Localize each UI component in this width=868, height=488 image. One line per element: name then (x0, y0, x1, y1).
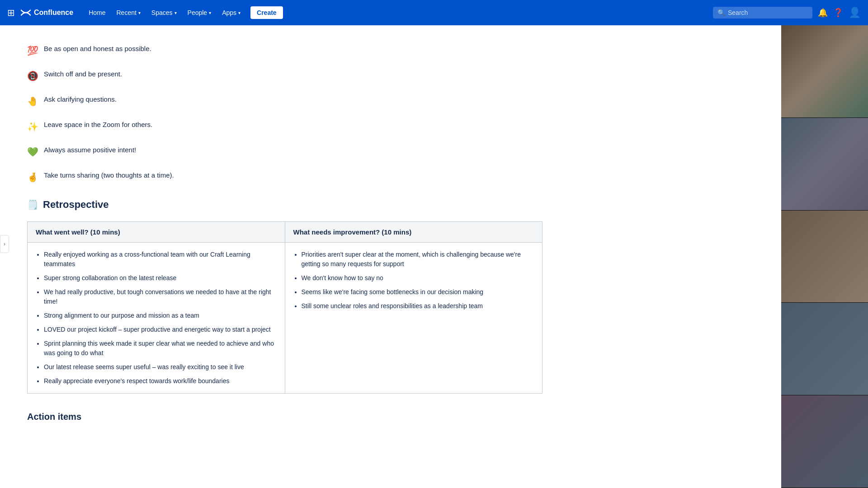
recent-chevron-icon: ▾ (138, 10, 141, 15)
search-icon: 🔍 (717, 9, 725, 16)
video-panel (781, 25, 868, 465)
ground-rule-text: Take turns sharing (two thoughts at a ti… (44, 170, 174, 181)
ground-rule-emoji: 🤚 (27, 94, 38, 108)
ground-rule-text: Ask clarifying questions. (44, 94, 117, 105)
nav-people[interactable]: People ▾ (183, 6, 216, 19)
retrospective-table: What went well? (10 mins) What needs imp… (27, 221, 542, 394)
list-item: Seems like we're facing some bottlenecks… (302, 287, 534, 297)
list-item: Super strong collaboration on the latest… (44, 273, 277, 283)
list-item: We don't know how to say no (302, 273, 534, 283)
grid-icon[interactable]: ⊞ (7, 7, 15, 18)
ground-rule-emoji: 💯 (27, 43, 38, 58)
video-feed-4 (781, 303, 868, 395)
went-well-cell: Really enjoyed working as a cross-functi… (28, 243, 285, 394)
user-avatar[interactable]: 👤 (849, 7, 861, 19)
nav-right: 🔍 Search 🔔 ❓ 👤 (713, 7, 861, 19)
ground-rule-item: 📵 Switch off and be present. (27, 69, 542, 83)
confluence-logo[interactable]: Confluence (20, 7, 73, 18)
list-item: Really enjoyed working as a cross-functi… (44, 250, 277, 269)
video-tile-1 (781, 25, 868, 118)
video-feed-5 (781, 395, 868, 465)
ground-rule-item: 💚 Always assume positive intent! (27, 145, 542, 159)
video-feed-3 (781, 211, 868, 303)
ground-rule-text: Switch off and be present. (44, 69, 122, 80)
collapse-icon: › (4, 241, 5, 247)
list-item: Still some unclear roles and responsibil… (302, 301, 534, 311)
page-wrapper: 💯 Be as open and honest as possible.📵 Sw… (0, 25, 868, 465)
nav-home[interactable]: Home (84, 6, 110, 19)
list-item: Strong alignment to our purpose and miss… (44, 311, 277, 320)
navbar: ⊞ Confluence Home Recent ▾ Spaces ▾ Peop… (0, 0, 868, 25)
ground-rule-text: Leave space in the Zoom for others. (44, 119, 152, 130)
search-placeholder: Search (728, 9, 748, 16)
ground-rule-item: ✨ Leave space in the Zoom for others. (27, 119, 542, 134)
ground-rule-emoji: 🤞 (27, 170, 38, 184)
create-button[interactable]: Create (250, 6, 283, 19)
video-feed-1 (781, 25, 868, 117)
video-tile-4 (781, 303, 868, 395)
retrospective-heading: 🗒️ Retrospective (27, 199, 542, 211)
help-icon[interactable]: ❓ (833, 8, 843, 18)
video-feed-2 (781, 118, 868, 210)
ground-rule-item: 🤞 Take turns sharing (two thoughts at a … (27, 170, 542, 184)
apps-chevron-icon: ▾ (238, 10, 241, 15)
video-tile-5 (781, 395, 868, 465)
spaces-chevron-icon: ▾ (175, 10, 177, 15)
video-tile-3 (781, 211, 868, 303)
search-bar[interactable]: 🔍 Search (713, 7, 812, 19)
nav-spaces[interactable]: Spaces ▾ (147, 6, 181, 19)
video-tile-2 (781, 118, 868, 211)
sidebar-toggle[interactable]: › (0, 235, 9, 253)
needs-improvement-cell: Priorities aren't super clear at the mom… (285, 243, 542, 394)
notifications-icon[interactable]: 🔔 (818, 8, 828, 18)
ground-rule-item: 🤚 Ask clarifying questions. (27, 94, 542, 108)
ground-rule-emoji: 📵 (27, 69, 38, 83)
list-item: Sprint planning this week made it super … (44, 339, 277, 358)
action-items-heading: Action items (27, 412, 542, 422)
nav-items: Home Recent ▾ Spaces ▾ People ▾ Apps ▾ C… (84, 6, 283, 19)
ground-rule-text: Always assume positive intent! (44, 145, 136, 155)
needs-improvement-header: What needs improvement? (10 mins) (285, 222, 542, 243)
list-item: Really appreciate everyone's respect tow… (44, 376, 277, 386)
went-well-header: What went well? (10 mins) (28, 222, 285, 243)
logo-text: Confluence (34, 9, 73, 17)
nav-apps[interactable]: Apps ▾ (217, 6, 245, 19)
ground-rule-emoji: ✨ (27, 119, 38, 134)
list-item: LOVED our project kickoff – super produc… (44, 325, 277, 334)
main-content: 💯 Be as open and honest as possible.📵 Sw… (0, 25, 570, 465)
ground-rules-list: 💯 Be as open and honest as possible.📵 Sw… (27, 43, 542, 184)
ground-rule-emoji: 💚 (27, 145, 38, 159)
list-item: Our latest release seems super useful – … (44, 362, 277, 372)
list-item: We had really productive, but tough conv… (44, 287, 277, 306)
ground-rule-item: 💯 Be as open and honest as possible. (27, 43, 542, 58)
people-chevron-icon: ▾ (209, 10, 211, 15)
nav-recent[interactable]: Recent ▾ (112, 6, 145, 19)
ground-rule-text: Be as open and honest as possible. (44, 43, 151, 54)
retrospective-emoji: 🗒️ (27, 199, 38, 210)
list-item: Priorities aren't super clear at the mom… (302, 250, 534, 269)
